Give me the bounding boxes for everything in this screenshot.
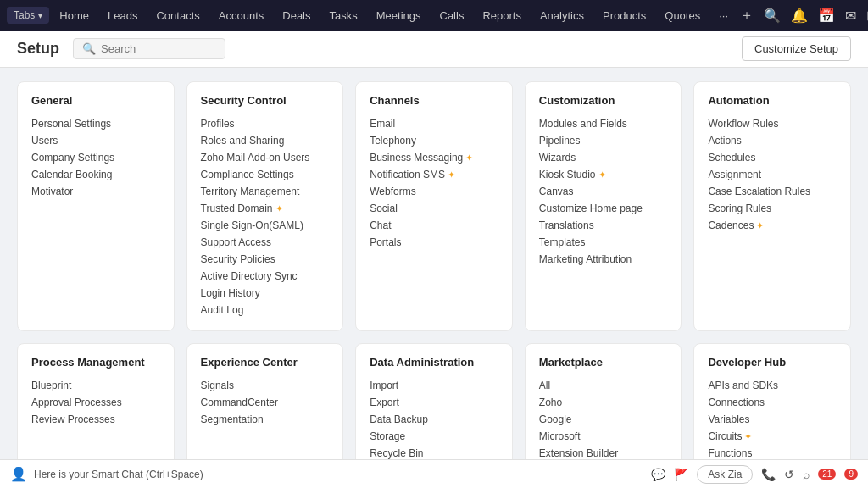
nav-meetings[interactable]: Meetings xyxy=(368,4,430,27)
card-item[interactable]: Export xyxy=(370,394,498,411)
card-item[interactable]: Signals xyxy=(201,377,330,394)
card-item[interactable]: Connections xyxy=(708,394,837,411)
card-item[interactable]: Telephony xyxy=(370,132,498,149)
card-item[interactable]: Calendar Booking xyxy=(31,166,160,183)
nav-more[interactable]: ··· xyxy=(710,4,737,27)
card-item[interactable]: Translations xyxy=(539,217,668,234)
card-item[interactable]: Territory Management xyxy=(201,183,330,200)
card-item[interactable]: Import xyxy=(370,377,498,394)
nav-analytics[interactable]: Analytics xyxy=(531,4,593,27)
card-item[interactable]: Google xyxy=(539,411,668,428)
search-icon[interactable]: 🔍 xyxy=(764,8,781,24)
card-item[interactable]: Templates xyxy=(539,234,668,251)
nav-products[interactable]: Products xyxy=(594,4,654,27)
card-item[interactable]: Compliance Settings xyxy=(201,166,330,183)
card-item[interactable]: Canvas xyxy=(539,183,668,200)
card-item[interactable]: Audit Log xyxy=(201,302,330,319)
card-item[interactable]: Trusted Domain✦ xyxy=(201,200,330,217)
card-item[interactable]: Webforms xyxy=(370,183,498,200)
tabs-button[interactable]: Tabs xyxy=(7,7,49,24)
card-item[interactable]: Marketing Attribution xyxy=(539,251,668,268)
ask-zia-button[interactable]: Ask Zia xyxy=(697,465,753,484)
card-item[interactable]: Actions xyxy=(708,132,837,149)
search-input[interactable] xyxy=(101,42,220,55)
card-item[interactable]: CommandCenter xyxy=(201,394,330,411)
card-item[interactable]: Company Settings xyxy=(31,149,160,166)
nav-accounts[interactable]: Accounts xyxy=(210,4,272,27)
card-item[interactable]: Personal Settings xyxy=(31,115,160,132)
nav-tasks[interactable]: Tasks xyxy=(321,4,366,27)
calendar-icon[interactable]: 📅 xyxy=(818,8,835,24)
card-marketplace: MarketplaceAllZohoGoogleMicrosoftExtensi… xyxy=(525,343,682,459)
refresh-icon[interactable]: ↺ xyxy=(784,468,794,481)
card-item[interactable]: Cadences✦ xyxy=(708,217,837,234)
card-item[interactable]: Security Policies xyxy=(201,251,330,268)
chat-icon[interactable]: 💬 xyxy=(651,468,665,481)
card-item[interactable]: Data Backup xyxy=(370,411,498,428)
card-item[interactable]: Recycle Bin xyxy=(370,445,498,459)
card-item[interactable]: Schedules xyxy=(708,149,837,166)
card-title-security-control: Security Control xyxy=(201,94,330,107)
card-item[interactable]: Workflow Rules xyxy=(708,115,837,132)
nav-contacts[interactable]: Contacts xyxy=(147,4,208,27)
card-item[interactable]: Extension Builder xyxy=(539,445,668,459)
nav-home[interactable]: Home xyxy=(51,4,97,27)
card-item[interactable]: Modules and Fields xyxy=(539,115,668,132)
card-item[interactable]: Roles and Sharing xyxy=(201,132,330,149)
flag-icon[interactable]: 🚩 xyxy=(674,468,688,481)
card-item[interactable]: Review Processes xyxy=(31,411,160,428)
nav-calls[interactable]: Calls xyxy=(431,4,473,27)
card-item[interactable]: Email xyxy=(370,115,498,132)
mail-icon[interactable]: ✉ xyxy=(845,8,856,24)
card-item[interactable]: Approval Processes xyxy=(31,394,160,411)
nav-quotes[interactable]: Quotes xyxy=(656,4,709,27)
card-item[interactable]: Profiles xyxy=(201,115,330,132)
card-item[interactable]: Support Access xyxy=(201,234,330,251)
card-item[interactable]: Blueprint xyxy=(31,377,160,394)
card-item[interactable]: Case Escalation Rules xyxy=(708,183,837,200)
card-item[interactable]: Storage xyxy=(370,428,498,445)
card-item[interactable]: Social xyxy=(370,200,498,217)
card-item[interactable]: APIs and SDKs xyxy=(708,377,837,394)
search-box[interactable]: 🔍 xyxy=(73,38,225,59)
card-item[interactable]: Business Messaging✦ xyxy=(370,149,498,166)
card-item[interactable]: Circuits✦ xyxy=(708,428,837,445)
card-item[interactable]: Motivator xyxy=(31,183,160,200)
card-item[interactable]: Active Directory Sync xyxy=(201,268,330,285)
user-icon[interactable]: 👤 xyxy=(10,466,27,482)
card-item[interactable]: Customize Home page xyxy=(539,200,668,217)
card-item[interactable]: Kiosk Studio✦ xyxy=(539,166,668,183)
setup-cards-grid: GeneralPersonal SettingsUsersCompany Set… xyxy=(0,68,868,459)
card-customization: CustomizationModules and FieldsPipelines… xyxy=(525,81,682,331)
nav-leads[interactable]: Leads xyxy=(99,4,146,27)
add-icon[interactable]: ＋ xyxy=(740,7,754,25)
card-item[interactable]: Chat xyxy=(370,217,498,234)
card-item[interactable]: Portals xyxy=(370,234,498,251)
card-item[interactable]: Notification SMS✦ xyxy=(370,166,498,183)
card-title-general: General xyxy=(31,94,160,107)
card-item[interactable]: Segmentation xyxy=(201,411,330,428)
card-general: GeneralPersonal SettingsUsersCompany Set… xyxy=(17,81,175,331)
card-item[interactable]: Scoring Rules xyxy=(708,200,837,217)
card-item[interactable]: Zoho Mail Add-on Users xyxy=(201,149,330,166)
card-item[interactable]: Functions xyxy=(708,445,837,459)
card-item[interactable]: Single Sign-On(SAML) xyxy=(201,217,330,234)
spark-icon: ✦ xyxy=(756,220,764,231)
spark-icon: ✦ xyxy=(744,431,752,442)
nav-deals[interactable]: Deals xyxy=(274,4,319,27)
bell-icon[interactable]: 🔔 xyxy=(791,8,808,24)
card-item[interactable]: Wizards xyxy=(539,149,668,166)
card-item[interactable]: Users xyxy=(31,132,160,149)
phone-icon[interactable]: 📞 xyxy=(761,468,776,481)
card-item[interactable]: Login History xyxy=(201,285,330,302)
card-item[interactable]: Variables xyxy=(708,411,837,428)
nav-reports[interactable]: Reports xyxy=(474,4,530,27)
card-item[interactable]: All xyxy=(539,377,668,394)
card-item[interactable]: Zoho xyxy=(539,394,668,411)
zoom-icon[interactable]: ⌕ xyxy=(803,468,810,481)
card-item[interactable]: Microsoft xyxy=(539,428,668,445)
card-title-process-management: Process Management xyxy=(31,356,160,369)
card-item[interactable]: Pipelines xyxy=(539,132,668,149)
customize-setup-button[interactable]: Customize Setup xyxy=(742,36,851,61)
card-item[interactable]: Assignment xyxy=(708,166,837,183)
